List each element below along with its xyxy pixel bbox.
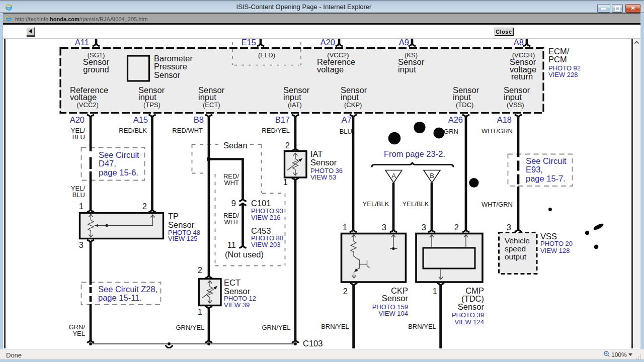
svg-text:(IAT): (IAT) (288, 101, 302, 109)
svg-text:A8: A8 (514, 39, 524, 47)
svg-text:Sensor: Sensor (458, 302, 485, 311)
svg-text:page 15-11.: page 15-11. (98, 293, 142, 302)
svg-text:A20: A20 (70, 115, 85, 124)
svg-text:2: 2 (285, 141, 290, 150)
svg-text:E15: E15 (242, 39, 256, 47)
svg-text:(Not used): (Not used) (225, 250, 264, 259)
svg-text:(ELD): (ELD) (258, 51, 275, 59)
svg-text:11: 11 (227, 240, 236, 249)
svg-text:A9: A9 (399, 39, 409, 47)
svg-text:C101: C101 (251, 199, 271, 208)
svg-text:IAT: IAT (310, 149, 323, 158)
svg-text:Barometer: Barometer (154, 54, 193, 63)
svg-text:input: input (398, 65, 416, 74)
svg-text:2: 2 (142, 202, 147, 211)
svg-text:2: 2 (343, 287, 348, 296)
svg-text:ECT: ECT (224, 278, 240, 287)
svg-text:3: 3 (507, 223, 511, 232)
svg-text:VIEW 128: VIEW 128 (540, 247, 570, 254)
svg-text:3: 3 (422, 223, 426, 232)
svg-text:See Circuit Z28,: See Circuit Z28, (98, 285, 157, 294)
svg-text:ground: ground (83, 65, 109, 74)
svg-text:1: 1 (433, 287, 437, 296)
svg-text:BLU: BLU (72, 191, 85, 199)
svg-text:PHOTO 20: PHOTO 20 (540, 240, 573, 247)
svg-text:GRN/YEL: GRN/YEL (176, 324, 204, 331)
svg-text:Vehicle: Vehicle (505, 236, 530, 245)
svg-text:RED/WHT: RED/WHT (172, 127, 203, 134)
svg-text:VIEW 124: VIEW 124 (454, 318, 484, 326)
svg-text:GRN: GRN (444, 128, 458, 135)
svg-text:Sedan: Sedan (223, 141, 248, 150)
svg-text:input: input (341, 93, 359, 102)
svg-text:(TDC): (TDC) (461, 294, 484, 303)
svg-text:VIEW 104: VIEW 104 (378, 310, 408, 317)
svg-text:VIEW 203: VIEW 203 (251, 241, 281, 248)
svg-text:VIEW 39: VIEW 39 (224, 301, 250, 309)
svg-text:(VCCR): (VCCR) (512, 51, 535, 59)
svg-text:A11: A11 (75, 39, 89, 47)
svg-text:page 15-7.: page 15-7. (526, 174, 566, 183)
svg-text:D47,: D47, (99, 159, 116, 168)
svg-text:B17: B17 (275, 115, 290, 124)
svg-text:A18: A18 (497, 115, 512, 124)
svg-text:See Circuit: See Circuit (99, 150, 139, 159)
svg-text:(VCC2): (VCC2) (327, 51, 349, 59)
svg-text:BLU: BLU (72, 133, 85, 141)
svg-text:See Circuit: See Circuit (526, 156, 567, 165)
svg-text:WHT: WHT (224, 179, 239, 187)
svg-text:TP: TP (168, 212, 179, 221)
svg-text:YEL/BLK: YEL/BLK (403, 200, 429, 208)
svg-text:PCM: PCM (548, 55, 567, 64)
svg-text:B8: B8 (194, 115, 204, 124)
svg-text:YEL/BLK: YEL/BLK (363, 200, 389, 208)
svg-text:B: B (430, 172, 434, 179)
svg-text:GRN/YEL: GRN/YEL (262, 324, 290, 331)
svg-text:VIEW 125: VIEW 125 (168, 235, 198, 242)
svg-text:(TDC): (TDC) (456, 101, 473, 109)
svg-text:WHT/GRN: WHT/GRN (481, 127, 513, 135)
svg-text:(VCC2): (VCC2) (77, 101, 99, 109)
svg-text:(TPS): (TPS) (143, 101, 160, 109)
svg-text:VIEW 216: VIEW 216 (251, 214, 281, 221)
svg-text:1: 1 (198, 307, 202, 316)
svg-text:RED/YEL: RED/YEL (262, 127, 290, 134)
svg-text:input: input (198, 93, 216, 102)
svg-text:(KS): (KS) (405, 51, 418, 59)
svg-text:Sensor: Sensor (154, 70, 181, 79)
svg-text:A: A (391, 172, 396, 179)
svg-text:(ECT): (ECT) (203, 101, 220, 109)
svg-text:voltage: voltage (70, 93, 97, 102)
svg-text:1: 1 (79, 202, 84, 211)
svg-text:Sensor: Sensor (382, 294, 409, 303)
svg-text:VIEW 228: VIEW 228 (548, 71, 578, 78)
svg-text:C103: C103 (303, 339, 323, 348)
svg-text:VIEW 53: VIEW 53 (310, 173, 336, 181)
svg-text:Sensor: Sensor (310, 158, 337, 167)
svg-text:From page 23-2.: From page 23-2. (384, 149, 445, 158)
svg-text:voltage: voltage (317, 65, 344, 74)
svg-text:A26: A26 (448, 115, 463, 124)
svg-text:3: 3 (79, 240, 84, 249)
svg-text:9: 9 (231, 199, 236, 208)
svg-text:(SG1): (SG1) (88, 51, 105, 59)
svg-text:3: 3 (382, 223, 386, 232)
svg-text:Pressure: Pressure (154, 62, 187, 71)
svg-text:output: output (505, 252, 527, 261)
svg-text:BLU: BLU (340, 128, 352, 135)
svg-text:(CKP): (CKP) (344, 101, 362, 109)
svg-text:speed: speed (505, 244, 526, 253)
svg-text:1: 1 (343, 223, 347, 232)
svg-text:BRN/YEL: BRN/YEL (408, 323, 436, 330)
svg-text:2: 2 (454, 223, 459, 232)
svg-text:2: 2 (198, 265, 202, 275)
svg-text:input: input (504, 93, 522, 102)
svg-text:RED/BLK: RED/BLK (119, 127, 147, 134)
svg-text:A15: A15 (133, 115, 148, 124)
svg-text:(VSS): (VSS) (507, 101, 524, 109)
svg-text:WHT: WHT (224, 218, 239, 226)
svg-text:A20: A20 (320, 39, 335, 47)
svg-text:input: input (283, 93, 301, 102)
svg-text:Sensor: Sensor (168, 220, 195, 229)
svg-text:WHT/GRN: WHT/GRN (481, 201, 513, 208)
